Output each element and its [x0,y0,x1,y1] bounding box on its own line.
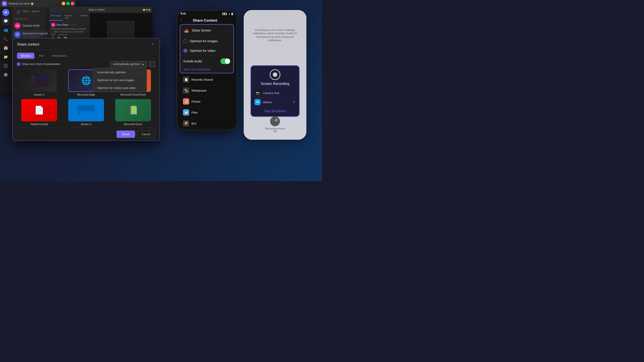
opt-motion[interactable]: Optimize for motion and video [94,84,147,92]
apps-icon[interactable]: ⬛ [2,62,10,70]
list-files[interactable]: 📁 Files [180,107,234,118]
optimize-images-item[interactable]: Optimize for Images [180,36,234,46]
ios-app-webex[interactable]: W Webex ✓ [254,98,296,107]
window-screen1[interactable]: Screen 1 [17,69,61,96]
calls-icon[interactable]: 📞 [2,35,10,43]
optimize-dropdown[interactable]: Automatically optimize ▲ Automatically o… [110,61,147,67]
list-dropbox[interactable]: 💧 Dropbox [180,129,234,131]
files-icon[interactable]: 📁 [2,53,10,61]
include-audio-label: Include Audio [183,59,218,63]
dialog-tabs: Window File Whiteboard [12,50,160,59]
share-screen-header[interactable]: 📤 Share Screen › [180,24,234,36]
window-excel[interactable]: 📗 Microsoft Excel [111,99,155,126]
min-btn[interactable] [143,9,145,11]
opt-motion-label: Optimize for motion and video [97,86,136,90]
dialog-options: Show me in front of presentation Automat… [12,59,160,69]
mic-label-line1: Microphone Audio [265,127,285,130]
screen-preview [107,21,134,39]
record-dot [273,72,277,77]
meeting-tabs: Messages People (30) Content [49,13,89,21]
box-icon: 📦 [183,120,189,126]
mic-label: Microphone Audio Off [265,127,285,132]
cancel-button[interactable]: Cancel [137,130,155,138]
mic-button[interactable]: 🎤 [270,116,280,126]
teams-icon: W [2,1,7,6]
tab-whiteboard[interactable]: Whiteboard [48,53,70,59]
svg-rect-3 [31,75,35,86]
svg-rect-7 [31,77,35,78]
tab-messages[interactable]: Messages [49,13,63,20]
start-broadcast-button[interactable]: Start Broadcast [264,109,286,113]
tab-direct[interactable]: Direct [22,10,29,13]
show-checkbox[interactable] [17,62,20,66]
dialog-footer: Share Cancel [12,128,160,141]
tab-content[interactable]: Content [78,13,89,20]
window-acrobat[interactable]: 📄 Adobe Acrobat [17,99,61,126]
optimize-video-item[interactable]: Optimize for Video [180,46,234,56]
ios-mic-section: 🎤 Microphone Audio Off [265,116,285,132]
phone-status-icons: ▌▌▌ ▲ ▓ [223,12,233,15]
signal-icon: ▌▌▌ [223,12,228,15]
user-avatar[interactable]: W [2,9,10,16]
close-button[interactable] [71,2,74,5]
radio-images[interactable] [183,39,188,43]
checkbox-row: Show me in front of presentation [17,62,60,66]
ios-info-text: Everything on your screen, including not… [253,28,298,42]
meeting-back[interactable]: ← [51,8,54,11]
teams-title: Working from home 🏠 [8,2,60,5]
tab-all[interactable]: All [17,10,20,13]
teams-titlebar: W Working from home 🏠 [0,0,76,7]
tab-file[interactable]: File [35,53,47,59]
tab-people[interactable]: People (30) [63,13,78,20]
msg-time-umar: 8:23 AM [69,24,76,26]
phone-list: 📋 Recently Shared ✏️ Whiteboard 🖼️ Photo… [180,74,234,131]
tap-instructions[interactable]: Tap to see instructions [180,67,234,73]
people-icon[interactable]: 👥 [2,26,10,34]
ios-app-camera[interactable]: 📷 Camera Roll [254,88,296,98]
list-photos[interactable]: 🖼️ Photos [180,96,234,107]
phone-page-title: Share Content [184,18,226,22]
close-btn-meeting[interactable] [148,9,150,11]
webex-app-label: Webex [263,100,290,104]
tab-window[interactable]: Window [17,53,34,59]
max-btn[interactable] [146,9,148,11]
include-audio-item[interactable]: Include Audio [180,56,234,67]
back-button[interactable]: ‹ [181,18,182,23]
battery-icon: ▓ [232,12,233,15]
window-screen2[interactable]: Screen 2 [64,99,108,126]
share-screen-icon: 📤 [183,27,190,33]
thumb-acrobat: 📄 [21,99,57,121]
meeting-title: SHN-17-APR5 [55,8,138,11]
camera-roll-label: Camera Roll [263,91,296,95]
wifi-icon: ▲ [228,12,230,15]
chevron-down-icon: ▲ [142,62,144,66]
share-dialog: Share content × Window File Whiteboard S… [12,38,160,141]
thumb-excel: 📗 [115,99,151,121]
list-box[interactable]: 📦 Box [180,118,234,129]
chat-icon[interactable]: 💬 [2,17,10,25]
tab-spaces[interactable]: Spaces [32,10,40,13]
svg-rect-5 [36,81,48,86]
meeting-titlebar: ← SHN-17-APR5 ∨ [49,7,152,13]
sidebar-tabs: All Direct Spaces [14,9,42,14]
audio-toggle[interactable] [220,58,230,64]
settings-icon[interactable]: ⚙️ [2,71,10,79]
svg-point-10 [78,113,80,115]
opt-auto-check: ✓ [140,70,143,74]
minimize-button[interactable] [62,2,65,5]
calendar-icon[interactable]: 📅 [2,44,10,52]
opt-text[interactable]: Optimize for text and images [94,76,147,84]
dialog-close-button[interactable]: × [150,42,155,47]
label-ppt: Microsoft PowerPoint [120,93,146,96]
list-recently-shared[interactable]: 📋 Recently Shared [180,74,234,85]
maximize-button[interactable] [66,2,70,5]
label-acrobat: Adobe Acrobat [30,123,48,126]
share-screen-chevron-icon: › [229,28,230,32]
radio-video[interactable] [183,49,188,53]
optimize-menu: Automatically optimize ✓ Optimize for te… [93,68,147,92]
share-button[interactable]: Share [116,130,135,138]
settings-icon[interactable]: ⚙ [149,61,155,67]
msg-header-umar: UP Umar Patel 8:23 AM [51,22,88,27]
list-whiteboard[interactable]: ✏️ Whiteboard [180,85,234,96]
opt-auto[interactable]: Automatically optimize ✓ [94,68,147,76]
